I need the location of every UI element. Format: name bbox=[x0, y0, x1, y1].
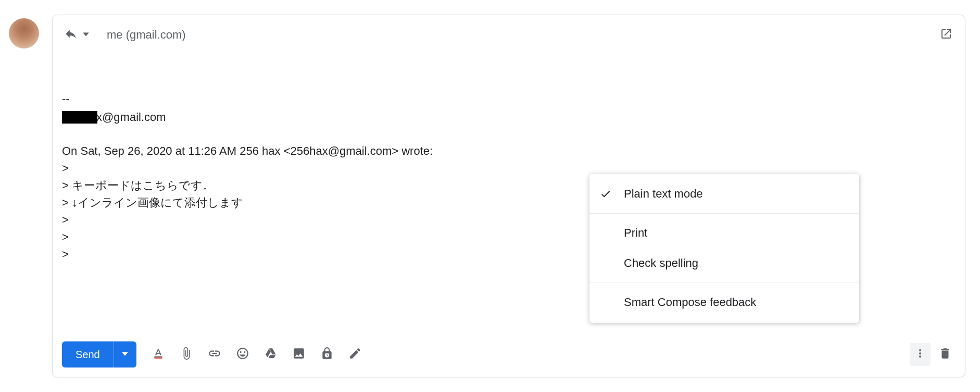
text-format-icon bbox=[152, 347, 165, 362]
drive-icon bbox=[264, 347, 278, 362]
reply-arrow-icon bbox=[64, 27, 78, 43]
reply-type-button[interactable] bbox=[62, 25, 91, 45]
menu-label: Check spelling bbox=[624, 256, 698, 270]
attach-button[interactable] bbox=[173, 343, 200, 366]
formatting-icons bbox=[145, 343, 369, 366]
more-options-button[interactable] bbox=[910, 343, 931, 366]
svg-rect-0 bbox=[154, 358, 162, 359]
insert-emoji-button[interactable] bbox=[229, 343, 256, 366]
send-button[interactable]: Send bbox=[62, 341, 114, 368]
toolbar-right bbox=[910, 343, 956, 366]
popout-button[interactable] bbox=[937, 24, 956, 45]
menu-label: Print bbox=[624, 226, 647, 240]
menu-item-plain-text[interactable]: Plain text mode bbox=[589, 179, 859, 209]
menu-item-check-spelling[interactable]: Check spelling bbox=[589, 248, 859, 278]
text-format-button[interactable] bbox=[145, 343, 172, 366]
signature-separator: -- bbox=[62, 90, 956, 107]
attachment-icon bbox=[180, 347, 193, 362]
check-icon bbox=[600, 188, 624, 200]
menu-label: Plain text mode bbox=[624, 187, 703, 201]
lock-clock-icon bbox=[320, 347, 334, 362]
more-vertical-icon bbox=[914, 347, 926, 362]
reply-header: me (gmail.com) bbox=[53, 15, 965, 45]
compose-toolbar: Send bbox=[62, 341, 956, 368]
emoji-icon bbox=[236, 347, 249, 362]
send-button-group: Send bbox=[62, 341, 136, 368]
pen-icon bbox=[348, 347, 362, 362]
insert-photo-button[interactable] bbox=[285, 343, 312, 366]
trash-icon bbox=[938, 347, 952, 362]
signature-email: x@gmail.com bbox=[62, 108, 956, 126]
menu-label: Smart Compose feedback bbox=[624, 296, 756, 309]
photo-icon bbox=[292, 347, 306, 362]
menu-item-print[interactable]: Print bbox=[589, 218, 859, 248]
chevron-down-icon bbox=[122, 351, 128, 359]
chevron-down-icon bbox=[83, 30, 89, 40]
insert-drive-button[interactable] bbox=[257, 343, 284, 366]
quote-attribution: On Sat, Sep 26, 2020 at 11:26 AM 256 hax… bbox=[62, 142, 956, 160]
recipients[interactable]: me (gmail.com) bbox=[107, 28, 186, 42]
send-more-button[interactable] bbox=[114, 341, 136, 368]
more-options-menu: Plain text mode Print Check spelling Sma… bbox=[589, 174, 859, 323]
confidential-mode-button[interactable] bbox=[313, 343, 341, 366]
menu-item-smart-compose[interactable]: Smart Compose feedback bbox=[589, 287, 859, 317]
menu-separator bbox=[589, 283, 859, 283]
insert-signature-button[interactable] bbox=[342, 343, 369, 366]
redacted-text bbox=[62, 111, 97, 124]
menu-separator bbox=[589, 213, 859, 214]
insert-link-button[interactable] bbox=[201, 343, 228, 366]
link-icon bbox=[208, 347, 221, 362]
popout-icon bbox=[940, 33, 952, 42]
avatar[interactable] bbox=[9, 18, 39, 48]
discard-button[interactable] bbox=[935, 343, 956, 366]
